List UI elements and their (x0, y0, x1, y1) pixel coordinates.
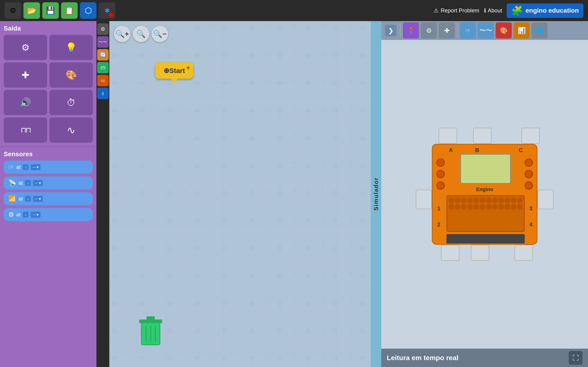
chevron-right-icon: ❯ (388, 27, 393, 34)
left-panel: Saída ⚙ 💡 ✚ 🎨 🔊 ⏱ (0, 21, 96, 367)
port-box-right (537, 190, 553, 209)
zoom-in-icon: 🔍+ (115, 30, 129, 38)
zoom-reset-button[interactable]: 🔍 (133, 26, 149, 42)
topbar-right: ⚠ Report Problem ℹ About 🧩 engino educat… (434, 3, 583, 18)
sensores-section: Sensores ☞ at ↓ -- ▾ 📡 at ↓ -- ▾ 📶 at ↓ … (0, 146, 96, 227)
category-icon: ⚙ (101, 26, 105, 32)
rss-sensor-download: ↓ (25, 180, 31, 186)
bluetooth-button[interactable]: ⬡ (80, 2, 96, 19)
wifi-sensor-dropdown[interactable]: -- ▾ (33, 196, 43, 202)
square-wave-block[interactable]: ⊓⊓ (4, 117, 47, 143)
palette-tab-icon: 🎨 (500, 27, 508, 34)
motor-block[interactable]: ✚ (4, 62, 47, 88)
about-button[interactable]: ℹ About (484, 7, 502, 14)
grid-dot (449, 197, 454, 203)
wifi-sensor-at: at (19, 196, 23, 202)
tab-globe[interactable]: 🌐 (531, 23, 548, 39)
color-block[interactable]: 🎨 (49, 62, 93, 88)
led-block[interactable]: 💡 (49, 35, 93, 60)
motor-icon: ✚ (22, 70, 29, 80)
zoom-reset-icon: 🔍 (137, 30, 146, 38)
grid-dot (511, 197, 516, 203)
tab-palette[interactable]: 🎨 (496, 23, 512, 39)
gear-sensor-row[interactable]: ⚙ at ↓ -- ▾ (4, 208, 93, 221)
category-sidebar-icon[interactable]: ⚙ (97, 23, 109, 35)
start-block[interactable]: ⊕Start (155, 62, 193, 79)
rss-sensor-row[interactable]: 📡 at ↓ -- ▾ (4, 176, 93, 190)
robot-circle-mr (525, 170, 533, 178)
timer-icon: ⏱ (67, 98, 76, 108)
trash-icon[interactable] (137, 315, 164, 353)
zoom-in-button[interactable]: 🔍+ (114, 26, 130, 42)
grid-dot (461, 204, 467, 210)
bottom-bar: Leitura em tempo real ⛶ (381, 349, 588, 367)
grid-dot (480, 197, 485, 203)
robot-screen (460, 154, 511, 184)
rss-sensor-dropdown[interactable]: -- ▾ (33, 180, 43, 186)
port-b-label: B (475, 147, 479, 153)
touch-sensor-dropdown[interactable]: -- ▾ (31, 164, 40, 170)
grid-dot (467, 204, 473, 210)
port-c-label: C (519, 147, 523, 153)
simulador-panel: Simulador (371, 21, 381, 367)
gear-sensor-download: ↓ (23, 212, 28, 217)
robot-circle-bl (436, 181, 445, 190)
sensores-title: Sensores (4, 150, 93, 158)
expand-button[interactable]: ❯ (385, 25, 397, 36)
meter-tab-icon: 📊 (518, 27, 526, 34)
grid-dot (511, 204, 516, 210)
warning-icon: ⚠ (434, 7, 439, 14)
grid-dot (492, 204, 498, 210)
robot-circle-br (525, 181, 533, 190)
gear-tab-icon: ⚙ (426, 27, 432, 34)
fullscreen-button[interactable]: ⛶ (569, 351, 582, 365)
topbar: ⚙ 📂 💾 📋 ⬡ ✱ ⚠ Report Problem ℹ About 🧩 (0, 0, 588, 21)
tab-meter[interactable]: 📊 (514, 23, 530, 39)
grid-dot (473, 204, 479, 210)
svg-rect-6 (147, 316, 155, 320)
grid-dot (455, 197, 460, 203)
touch-sensor-row[interactable]: ☞ at ↓ -- ▾ (4, 161, 93, 174)
canvas-area: ⚙ ⚡ 🔧 🔍+ 🔍 🔍− ⊕Start (109, 21, 371, 367)
settings-button[interactable]: ⚙ (5, 2, 21, 19)
new-button[interactable]: 📋 (61, 2, 78, 19)
touch-sensor-icon: ☞ (8, 163, 14, 171)
zoom-out-icon: 🔍− (153, 30, 167, 38)
refresh-sidebar-icon[interactable]: 🔄 (97, 49, 109, 60)
saida-section: Saída ⚙ 💡 ✚ 🎨 🔊 ⏱ (0, 21, 96, 146)
wifi-sidebar-icon[interactable]: 〜〜 (97, 36, 109, 48)
save-button[interactable]: 💾 (42, 2, 59, 19)
rss-sensor-icon: 📡 (8, 179, 16, 187)
sine-wave-block[interactable]: ∿ (49, 117, 93, 143)
gear-sensor-dropdown[interactable]: -- ▾ (31, 212, 40, 218)
bt-status-button[interactable]: ✱ (99, 2, 115, 19)
open-button[interactable]: 📂 (23, 2, 40, 19)
wifi-sensor-row[interactable]: 📶 at ↓ -- ▾ (4, 192, 93, 205)
grid-dot (505, 204, 510, 210)
robot-circle-ml (436, 170, 445, 178)
sidebar-icons-panel: ⚙ 〜〜 🔄 🗃 (x) {} (96, 21, 109, 367)
refresh-icon: 🔄 (100, 52, 106, 58)
globe-tab-icon: 🌐 (536, 27, 544, 34)
timer-block[interactable]: ⏱ (49, 90, 93, 115)
tab-gear[interactable]: ⚙ (421, 23, 437, 39)
robot-brand-label: Engino (433, 186, 536, 192)
touch-tab-icon: ☞ (465, 27, 471, 34)
open-icon: 📂 (27, 6, 36, 15)
table-sidebar-icon[interactable]: 🗃 (97, 62, 109, 73)
tab-led-pin[interactable]: 📍 (403, 23, 419, 39)
sound-block[interactable]: 🔊 (4, 90, 47, 115)
color-icon: 🎨 (65, 70, 77, 81)
servo-block[interactable]: ⚙ (4, 35, 47, 60)
report-problem-button[interactable]: ⚠ Report Problem (434, 7, 479, 14)
zoom-out-button[interactable]: 🔍− (152, 26, 168, 42)
grid-dot (505, 197, 510, 203)
tab-rss[interactable]: 〜〜 (478, 23, 494, 39)
new-icon: 📋 (65, 6, 74, 15)
tab-dpad[interactable]: ✚ (439, 23, 455, 39)
blocks-grid: ⚙ 💡 ✚ 🎨 🔊 ⏱ ⊓⊓ (4, 35, 93, 143)
variable-sidebar-icon[interactable]: (x) (97, 75, 109, 86)
main-area: Saída ⚙ 💡 ✚ 🎨 🔊 ⏱ (0, 21, 588, 367)
tab-touch[interactable]: ☞ (460, 23, 476, 39)
code-sidebar-icon[interactable]: {} (97, 88, 109, 99)
